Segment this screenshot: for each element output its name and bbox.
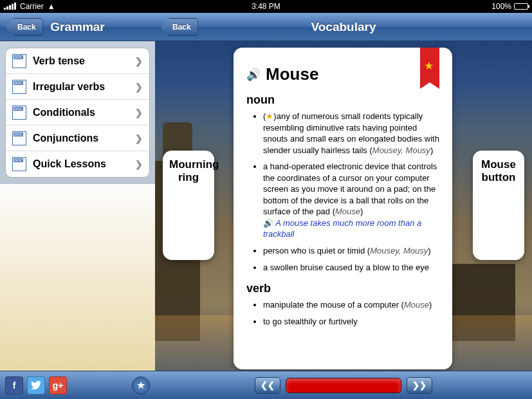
noun-definitions: (★)any of numerous small rodents typical… — [246, 111, 442, 273]
vocabulary-title: Vocabulary — [311, 20, 376, 34]
grammar-back-button[interactable]: Back — [5, 18, 43, 36]
definition-item: a hand-operated electronic device that c… — [263, 161, 442, 240]
list-item-conditionals[interactable]: Conditionals ❯ — [6, 100, 149, 125]
card-stage: Mourning ring Mouse button ★ 🔊 Mouse nou… — [155, 41, 532, 399]
doc-icon — [12, 54, 26, 68]
definition-item: to go stealthily or furtively — [263, 316, 442, 328]
chevron-right-icon: ❯ — [135, 133, 143, 144]
twitter-icon — [31, 380, 41, 391]
battery-label: 100% — [491, 2, 511, 11]
definition-item: a swollen bruise caused by a blow to the… — [263, 262, 442, 274]
definition-item: person who is quiet or timid (Mousey, Mo… — [263, 245, 442, 257]
chevron-right-icon: ❯ — [135, 107, 143, 118]
wifi-icon: ▲ — [48, 2, 55, 11]
social-toolbar: f g+ ★ — [0, 371, 155, 399]
speaker-icon[interactable]: 🔊 — [263, 218, 273, 228]
doc-icon — [12, 80, 26, 94]
verb-definitions: manipulate the mouse of a computer (Mous… — [246, 299, 442, 327]
pager-toolbar: ❮❮ ❯❯ — [155, 371, 532, 399]
carrier-label: Carrier — [20, 2, 44, 11]
part-of-speech-verb: verb — [246, 282, 442, 295]
vocabulary-back-button[interactable]: Back — [160, 18, 198, 36]
definition-item: manipulate the mouse of a computer (Mous… — [263, 299, 442, 311]
next-page-button[interactable]: ❯❯ — [407, 377, 432, 394]
grammar-title: Grammar — [50, 20, 105, 34]
list-item-conjunctions[interactable]: Conjunctions ❯ — [6, 125, 149, 151]
list-item-quick-lessons[interactable]: Quick Lessons ❯ — [6, 151, 149, 177]
facebook-button[interactable]: f — [5, 376, 23, 394]
status-bar: Carrier ▲ 3:48 PM 100% — [0, 0, 532, 13]
bookmark-ribbon[interactable]: ★ — [420, 48, 439, 82]
grammar-background — [0, 184, 155, 371]
signal-icon — [4, 3, 16, 10]
favorites-button[interactable]: ★ — [132, 376, 150, 394]
battery-icon — [514, 3, 528, 10]
speaker-icon[interactable]: 🔊 — [246, 68, 261, 82]
progress-bar[interactable] — [286, 378, 401, 393]
headword: Mouse — [266, 64, 318, 84]
chevron-right-icon: ❯ — [135, 82, 143, 92]
grammar-pane: Back Grammar Verb tense ❯ Irregular verb… — [0, 13, 155, 399]
star-icon: ★ — [266, 111, 273, 121]
prev-page-button[interactable]: ❮❮ — [255, 377, 280, 394]
list-item-verb-tense[interactable]: Verb tense ❯ — [6, 48, 149, 74]
doc-icon — [12, 106, 26, 120]
next-card[interactable]: Mouse button — [473, 151, 524, 260]
chevron-right-icon: ❯ — [135, 56, 143, 66]
vocabulary-pane: Back Vocabulary Mourning ring Mouse butt… — [155, 13, 532, 399]
vocabulary-navbar: Back Vocabulary — [155, 13, 532, 41]
grammar-list: Verb tense ❯ Irregular verbs ❯ Condition… — [5, 48, 150, 178]
doc-icon — [12, 131, 26, 145]
chevron-right-icon: ❯ — [135, 159, 143, 169]
grammar-navbar: Back Grammar — [0, 13, 155, 41]
part-of-speech-noun: noun — [246, 93, 442, 107]
definition-item: (★)any of numerous small rodents typical… — [263, 111, 442, 156]
twitter-button[interactable] — [27, 376, 45, 394]
prev-card[interactable]: Mourning ring — [163, 151, 214, 260]
google-plus-button[interactable]: g+ — [49, 376, 67, 394]
list-item-irregular-verbs[interactable]: Irregular verbs ❯ — [6, 74, 149, 100]
doc-icon — [12, 157, 26, 171]
star-icon: ★ — [424, 59, 434, 73]
clock-label: 3:48 PM — [252, 2, 280, 11]
definition-card[interactable]: ★ 🔊 Mouse noun (★)any of numerous small … — [234, 48, 452, 369]
